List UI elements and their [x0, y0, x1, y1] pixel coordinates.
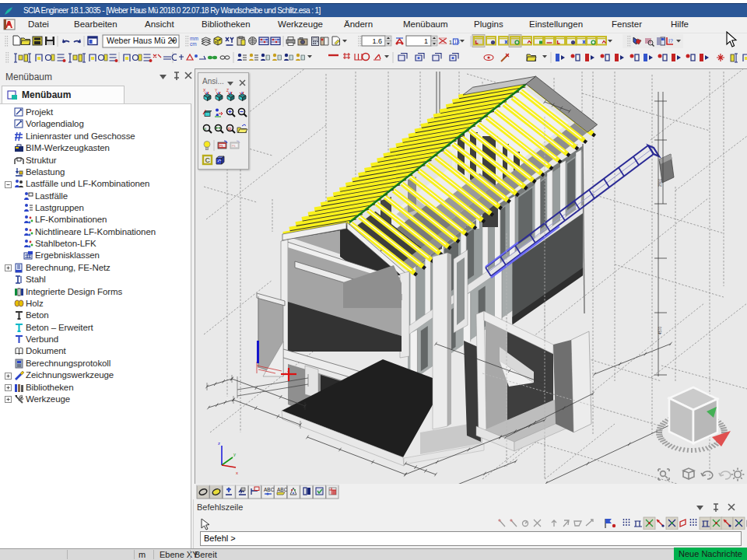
svg-text:C: C	[205, 156, 211, 164]
svg-text:18: 18	[454, 39, 461, 44]
svg-text:Z: Z	[226, 88, 229, 93]
svg-text:y: y	[233, 452, 236, 457]
svg-text:ABC: ABC	[264, 487, 275, 492]
svg-text:PS: PS	[219, 145, 223, 148]
svg-text:all: all	[203, 127, 206, 131]
svg-text:z: z	[218, 441, 220, 446]
svg-text:Y: Y	[215, 88, 218, 93]
svg-text:X: X	[203, 88, 206, 93]
svg-text:1.6: 1.6	[372, 37, 382, 45]
svg-text:I?: I?	[668, 38, 673, 44]
svg-text:4570: 4570	[658, 326, 662, 334]
svg-text:1: 1	[424, 37, 428, 45]
svg-text:ABC: ABC	[277, 487, 288, 492]
svg-text:x: x	[236, 471, 238, 475]
svg-text:2500: 2500	[658, 178, 662, 187]
svg-text:cm: cm	[190, 41, 197, 47]
svg-text:PS: PS	[232, 145, 236, 148]
svg-text:R: R	[228, 127, 232, 131]
svg-text:Weber Haus Mü 20: Weber Haus Mü 20	[107, 36, 177, 45]
